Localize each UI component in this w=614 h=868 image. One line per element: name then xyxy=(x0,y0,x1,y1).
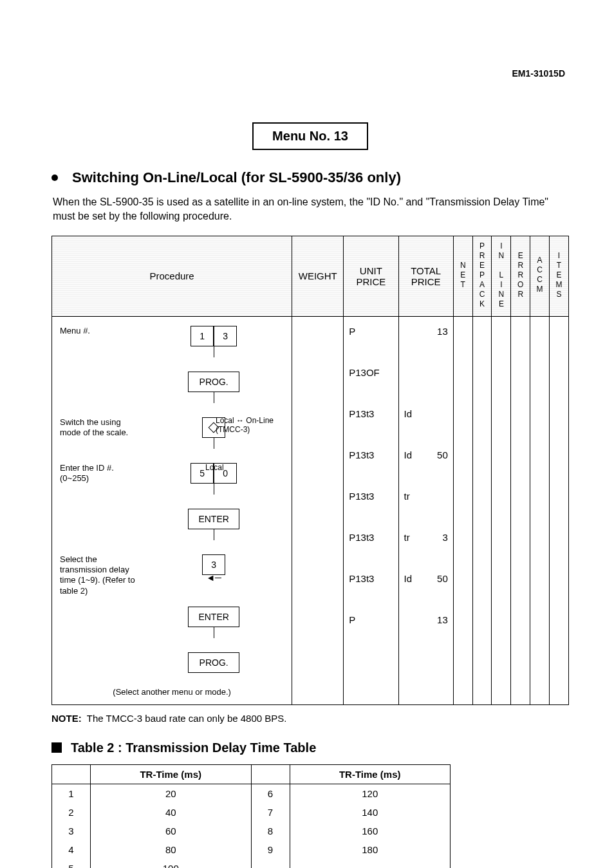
col-procedure: Procedure xyxy=(52,236,292,316)
table-header-row: Procedure WEIGHT UNIT PRICE TOTAL PRICE … xyxy=(52,236,569,316)
inline-col-cell xyxy=(492,316,511,704)
col-items: ITEMS xyxy=(550,236,569,316)
procedure-steps-cell: Menu #. 1 3 PROG. xyxy=(52,316,292,704)
weight-col-cell xyxy=(292,316,344,704)
step-4-annotation: Local xyxy=(205,463,224,472)
col-prepack: PREPACK xyxy=(472,236,492,316)
step-2: PROG. xyxy=(60,372,284,403)
total-price-col-cell: 13 Id Id50 tr tr3 Id50 13 xyxy=(398,316,453,704)
key-enter-2: ENTER xyxy=(188,607,239,627)
accm-col-cell xyxy=(530,316,550,704)
total-price-values: 13 Id Id50 tr tr3 Id50 13 xyxy=(404,326,448,634)
col-inline: IN LINE xyxy=(492,236,511,316)
step-6-label: Select the transmission delay time (1~9)… xyxy=(60,554,144,596)
key-3: 3 xyxy=(214,326,237,346)
step-3-label: Switch the using mode of the scale. xyxy=(60,417,144,439)
delay-row: 1 2 3 4 5 20 40 60 80 100 xyxy=(52,784,451,868)
square-icon xyxy=(51,742,62,753)
step-8: PROG. xyxy=(60,652,284,683)
unit-price-col-cell: P P13OF P13t3 P13t3 P13t3 P13t3 P13t3 P xyxy=(344,316,398,704)
delay-table: TR-Time (ms) TR-Time (ms) 1 2 3 4 5 xyxy=(51,764,451,868)
bullet-icon xyxy=(51,175,58,181)
col-net: NET xyxy=(453,236,472,316)
items-col-cell xyxy=(550,316,569,704)
delay-header-1: TR-Time (ms) xyxy=(91,764,252,784)
col-weight: WEIGHT xyxy=(292,236,344,316)
key-1: 1 xyxy=(191,326,214,346)
delay-header-2: TR-Time (ms) xyxy=(290,764,451,784)
key-prog: PROG. xyxy=(188,372,239,392)
menu-number-box: Menu No. 13 xyxy=(252,122,368,150)
col-unit-price: UNIT PRICE xyxy=(344,236,398,316)
table-body-row: Menu #. 1 3 PROG. xyxy=(52,316,569,704)
procedure-table: Procedure WEIGHT UNIT PRICE TOTAL PRICE … xyxy=(51,236,569,705)
table2-heading: Table 2 : Transmission Delay Time Table xyxy=(51,741,569,755)
step-1: Menu #. 1 3 xyxy=(60,326,284,357)
col-error: ERROR xyxy=(511,236,530,316)
document-id: EM1-31015D xyxy=(512,68,566,79)
intro-paragraph: When the SL-5900-35 is used as a satelli… xyxy=(53,195,569,224)
section-heading: Switching On-Line/Local (for SL-5900-35/… xyxy=(51,169,569,186)
step-1-label: Menu #. xyxy=(60,326,144,336)
note-line: NOTE: The TMCC-3 baud rate can only be 4… xyxy=(51,713,569,724)
net-col-cell xyxy=(453,316,472,704)
arrow-left-icon: ◄─ xyxy=(206,574,221,581)
delay-header-row: TR-Time (ms) TR-Time (ms) xyxy=(52,764,451,784)
step-7: ENTER xyxy=(60,607,284,638)
col-total-price: TOTAL PRICE xyxy=(398,236,453,316)
table2-title: Table 2 : Transmission Delay Time Table xyxy=(71,741,316,755)
key-prog-2: PROG. xyxy=(188,652,239,673)
prepack-col-cell xyxy=(472,316,492,704)
step-3-annotation: Local ↔ On-Line(TMCC-3) xyxy=(216,416,274,435)
step-4-label: Enter the ID #. (0~255) xyxy=(60,463,144,484)
section-title: Switching On-Line/Local (for SL-5900-35/… xyxy=(72,169,401,186)
error-col-cell xyxy=(511,316,530,704)
step-3: Switch the using mode of the scale. Loca… xyxy=(60,417,284,449)
step-4: Enter the ID #. (0~255) Local 5 0 xyxy=(60,463,284,495)
page-root: EM1-31015D Menu No. 13 Switching On-Line… xyxy=(0,0,614,868)
key-3b: 3 xyxy=(202,554,225,575)
step-6: Select the transmission delay time (1~9)… xyxy=(60,554,284,596)
unit-price-values: P P13OF P13t3 P13t3 P13t3 P13t3 P13t3 P xyxy=(349,326,393,634)
col-accm: ACCM xyxy=(530,236,550,316)
key-enter: ENTER xyxy=(188,509,239,529)
procedure-footer-note: (Select another menu or mode.) xyxy=(60,687,284,697)
step-5: ENTER xyxy=(60,509,284,540)
